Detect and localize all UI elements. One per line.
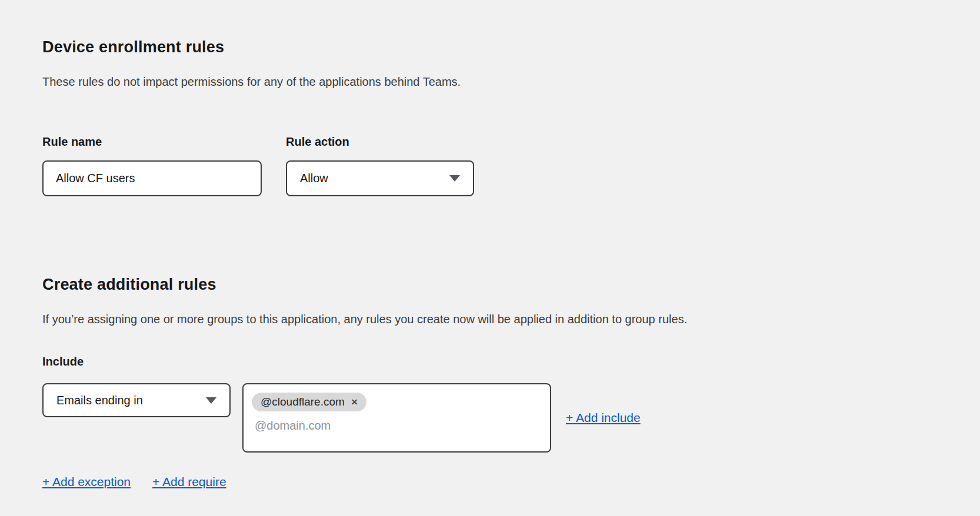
rule-action-select[interactable]: Allow	[286, 160, 474, 196]
rule-name-field: Rule name	[42, 135, 262, 196]
add-include-link[interactable]: + Add include	[566, 411, 641, 425]
include-selector-select[interactable]: Emails ending in	[42, 383, 231, 417]
rule-name-label: Rule name	[42, 135, 262, 149]
rule-action-label: Rule action	[286, 135, 474, 149]
include-values-box[interactable]: @cloudflare.com ✕	[242, 383, 551, 453]
rule-action-selected-value: Allow	[300, 172, 328, 185]
additional-rules-description: If you’re assigning one or more groups t…	[42, 311, 980, 327]
additional-rules-title: Create additional rules	[42, 275, 980, 294]
enrollment-description: These rules do not impact permissions fo…	[42, 74, 980, 90]
additional-rules-section: Create additional rules If you’re assign…	[42, 275, 980, 489]
rule-name-input[interactable]	[42, 160, 262, 196]
include-selector-value: Emails ending in	[56, 394, 143, 407]
remove-tag-icon[interactable]: ✕	[351, 398, 358, 406]
dropdown-caret-icon	[206, 397, 216, 404]
add-require-link[interactable]: + Add require	[152, 475, 226, 489]
include-rule-row: Emails ending in @cloudflare.com ✕ + Add…	[42, 383, 980, 453]
rule-type-links-row: + Add exception + Add require	[42, 475, 980, 489]
rule-action-field: Rule action Allow	[286, 135, 474, 196]
add-exception-link[interactable]: + Add exception	[42, 475, 131, 489]
dropdown-caret-icon	[449, 175, 460, 182]
page-title: Device enrollment rules	[42, 38, 980, 57]
include-label: Include	[42, 354, 980, 368]
enrollment-rules-section: Device enrollment rules These rules do n…	[42, 38, 980, 196]
device-enrollment-page: Device enrollment rules These rules do n…	[0, 0, 980, 489]
email-domain-tag: @cloudflare.com ✕	[252, 393, 366, 411]
domain-entry-input[interactable]	[252, 419, 522, 433]
email-domain-tag-label: @cloudflare.com	[261, 396, 345, 408]
rule-fields-row: Rule name Rule action Allow	[42, 135, 980, 196]
